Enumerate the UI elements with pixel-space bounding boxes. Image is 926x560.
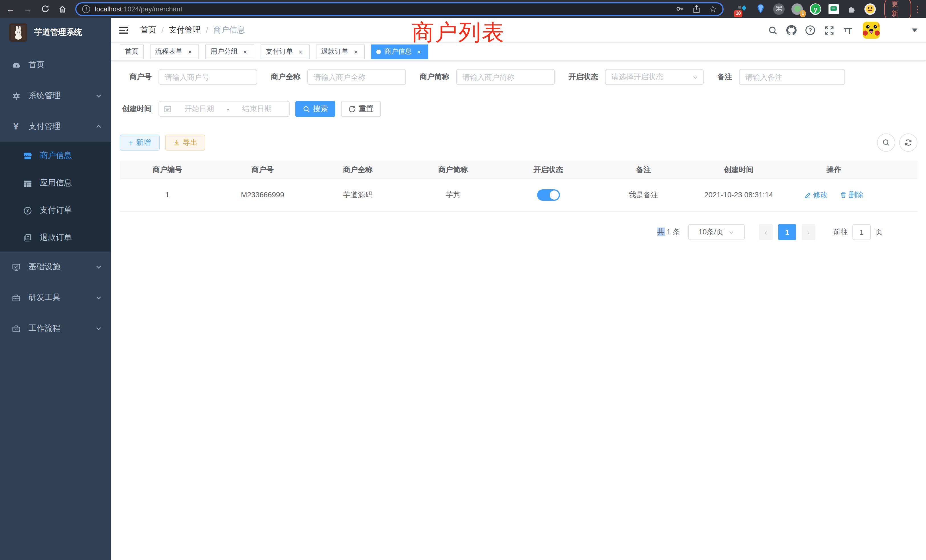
close-icon[interactable]: × [186,48,194,56]
tab-refund-order[interactable]: 退款订单× [316,44,365,59]
extension-recorder-icon[interactable]: 1 [791,3,804,15]
sidebar-item-system[interactable]: 系统管理 [0,80,111,111]
sidebar-item-label: 应用信息 [40,178,102,188]
bookmark-star-icon[interactable]: ☆ [709,3,717,14]
extension-badge: 1 [800,10,806,17]
sidebar-item-refund-order[interactable]: 退款订单 [0,224,111,251]
address-bar[interactable]: i localhost:1024/pay/merchant ☆ [76,2,724,16]
font-size-icon[interactable]: TT [841,23,855,37]
extension-y-icon[interactable]: y [809,3,822,15]
total-count: 共 1 条 [657,227,680,237]
short-name-input[interactable] [456,69,555,85]
fullscreen-icon[interactable] [822,23,836,37]
close-icon[interactable]: × [241,48,249,56]
chevron-down-icon [95,325,102,332]
url-host: localhost [95,5,122,13]
sidebar-item-dev-tools[interactable]: 研发工具 [0,282,111,313]
extension-slides-icon[interactable] [828,3,840,15]
trash-icon [840,191,847,198]
search-button[interactable]: 搜索 [295,101,335,117]
tab-process-form[interactable]: 流程表单× [150,44,199,59]
avatar-caret-down-icon[interactable] [912,29,917,32]
column-header: 备注 [596,165,691,175]
url-text[interactable]: localhost:1024/pay/merchant [95,5,183,13]
sidebar-item-workflow[interactable]: 工作流程 [0,313,111,344]
export-button[interactable]: 导出 [165,135,205,151]
remark-input[interactable] [739,69,845,85]
password-key-icon[interactable] [676,5,684,13]
extension-command-icon[interactable]: ⌘ [773,3,785,15]
sidebar-fold-icon[interactable] [119,24,130,36]
page-unit-label: 页 [875,227,883,237]
status-toggle[interactable] [537,189,560,200]
navbar-right-tools: ? TT [761,22,918,39]
tab-user-group[interactable]: 用户分组× [205,44,254,59]
sidebar-item-merchant-info[interactable]: 商户信息 [0,142,111,170]
sidebar-item-label: 系统管理 [29,91,95,101]
cell-actions: 修改 删除 [786,190,882,200]
sidebar-item-pay-order[interactable]: ¥ 支付订单 [0,197,111,224]
field-label: 开启状态 [569,72,605,82]
close-icon[interactable]: × [297,48,304,56]
close-icon[interactable]: × [352,48,360,56]
delete-link[interactable]: 删除 [840,190,864,200]
sidebar-item-infra[interactable]: 基础设施 [0,251,111,282]
browser-update-button[interactable]: 更新 [885,0,911,21]
filter-row-1: 商户号 商户全称 商户简称 开启状态 请选择开启状态 [120,69,917,85]
column-header: 创建时间 [691,165,786,175]
breadcrumb-home[interactable]: 首页 [140,25,156,35]
monitor-icon [11,262,21,271]
browser-forward-icon[interactable]: → [21,2,35,16]
extensions-puzzle-icon[interactable] [846,3,858,15]
close-icon[interactable]: × [415,48,423,56]
page-number-button[interactable]: 1 [778,224,796,240]
page-size-select[interactable]: 10条/页 [688,224,745,240]
app-window: 芋道管理系统 首页 系统管理 ¥ 支付管理 [0,18,926,560]
status-select[interactable]: 请选择开启状态 [605,69,704,85]
cell-merchant-id: 1 [120,191,215,199]
sidebar-item-pay[interactable]: ¥ 支付管理 [0,111,111,142]
extension-grid-icon[interactable]: 10 [737,3,749,15]
reset-button[interactable]: 重置 [341,101,381,117]
next-page-button[interactable]: › [802,224,816,240]
tab-home[interactable]: 首页 [120,44,144,59]
date-separator: - [227,104,230,113]
column-header: 商户号 [215,165,310,175]
tab-pay-order[interactable]: 支付订单× [260,44,310,59]
sidebar-submenu-pay: 商户信息 应用信息 ¥ 支付订单 [0,142,111,251]
browser-home-icon[interactable] [56,2,70,16]
header-search-icon[interactable] [766,23,779,37]
github-icon[interactable] [785,23,798,37]
column-header: 开启状态 [501,165,596,175]
extension-pin-icon[interactable] [755,3,767,15]
site-info-icon[interactable]: i [82,5,90,13]
browser-reload-icon[interactable] [38,2,52,16]
chevron-down-icon [728,229,734,235]
app-logo-row[interactable]: 芋道管理系统 [0,18,111,47]
documents-icon [23,233,32,242]
prev-page-button[interactable]: ‹ [759,224,773,240]
breadcrumb-current: 商户信息 [213,25,245,35]
download-icon [173,139,180,146]
active-dot [376,49,381,54]
help-icon[interactable]: ? [803,23,817,37]
extensions-area: 10 ⌘ 1 y [731,3,877,15]
goto-page: 前往 页 [833,224,883,240]
full-name-input[interactable] [307,69,406,85]
sidebar-item-home[interactable]: 首页 [0,50,111,80]
top-navbar: 首页 / 支付管理 / 商户信息 ? [111,18,926,43]
goto-page-input[interactable] [852,224,871,240]
share-icon[interactable] [692,5,701,13]
browser-menu-icon[interactable]: ⋮ [914,4,921,14]
profile-avatar-icon[interactable] [864,3,877,15]
toggle-search-button[interactable] [877,133,895,152]
add-button[interactable]: + 新增 [120,135,160,151]
edit-link[interactable]: 修改 [804,190,828,200]
merchant-no-input[interactable] [159,69,257,85]
browser-back-icon[interactable]: ← [3,2,17,16]
date-range-picker[interactable]: 开始日期 - 结束日期 [159,101,290,117]
breadcrumb-pay[interactable]: 支付管理 [169,25,201,35]
sidebar-item-app-info[interactable]: 应用信息 [0,170,111,197]
user-avatar[interactable] [863,22,880,39]
refresh-button[interactable] [899,133,917,152]
